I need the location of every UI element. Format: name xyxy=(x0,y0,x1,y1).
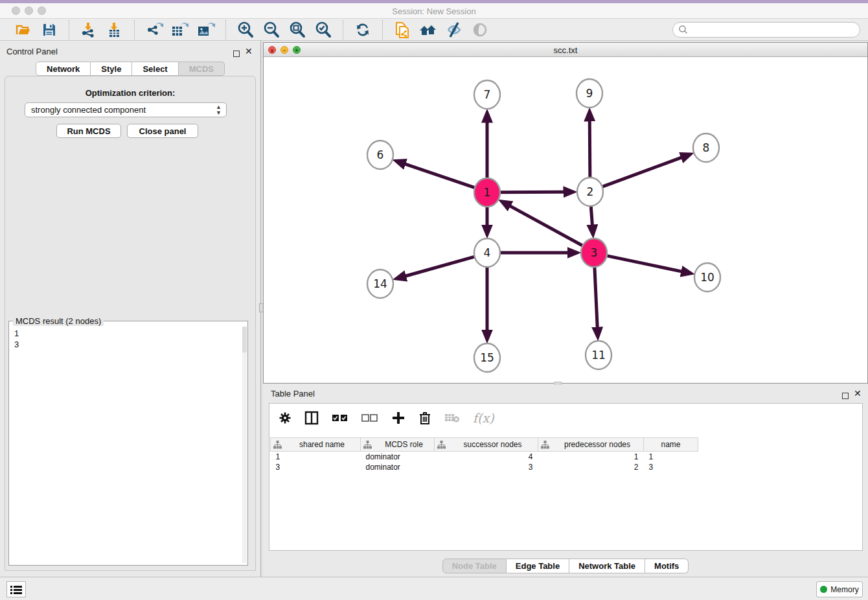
table-row[interactable]: 1dominator411 xyxy=(271,452,698,462)
export-network-icon[interactable] xyxy=(141,20,167,40)
node-6[interactable]: 6 xyxy=(367,141,393,169)
edge-3-10[interactable] xyxy=(608,256,682,271)
control-panel-title: Control Panel xyxy=(6,47,58,56)
close-table-panel-icon[interactable]: ✕ xyxy=(854,390,862,397)
edge-2-8[interactable] xyxy=(603,157,682,187)
node-4[interactable]: 4 xyxy=(474,238,500,267)
criterion-dropdown[interactable]: strongly connected component ▲▼ xyxy=(25,102,227,117)
zoom-out-icon[interactable] xyxy=(258,20,284,40)
column-header-MCDS-role[interactable]: MCDS role xyxy=(361,438,435,452)
close-panel-icon[interactable]: ✕ xyxy=(245,48,253,54)
edge-2-3[interactable] xyxy=(591,207,592,225)
edge-2-9[interactable] xyxy=(589,121,590,177)
table-row[interactable]: 3dominator323 xyxy=(271,462,698,472)
node-table-header[interactable]: shared nameMCDS rolesuccessor nodesprede… xyxy=(271,438,698,452)
tab-select[interactable]: Select xyxy=(132,62,178,76)
gear-icon[interactable] xyxy=(279,411,291,424)
svg-text:15: 15 xyxy=(480,351,494,364)
edge-1-2[interactable] xyxy=(501,192,564,192)
node-9[interactable]: 9 xyxy=(577,79,602,108)
mcds-result-group: MCDS result (2 nodes) 1 3 xyxy=(8,321,248,566)
zoom-selected-icon[interactable] xyxy=(310,20,336,40)
svg-text:11: 11 xyxy=(591,349,606,362)
open-folder-icon[interactable] xyxy=(10,20,36,40)
svg-text:6: 6 xyxy=(377,148,384,161)
node-10[interactable]: 10 xyxy=(694,263,720,292)
tab-edge-table[interactable]: Edge Table xyxy=(507,559,569,573)
tab-node-table[interactable]: Node Table xyxy=(442,559,507,573)
delete-column-icon[interactable] xyxy=(418,411,431,425)
control-panel-header: Control Panel ✕ xyxy=(0,44,260,60)
tab-mcds[interactable]: MCDS xyxy=(179,62,225,76)
edge-4-14[interactable] xyxy=(405,257,474,276)
node-table: shared nameMCDS rolesuccessor nodesprede… xyxy=(270,437,698,472)
zoom-fit-icon[interactable] xyxy=(284,20,310,40)
node-8[interactable]: 8 xyxy=(693,133,719,162)
network-canvas[interactable]: 1234678910111415 xyxy=(264,57,867,383)
delete-table-icon[interactable] xyxy=(444,413,460,423)
svg-text:2: 2 xyxy=(587,185,594,198)
export-table-icon[interactable] xyxy=(167,20,193,40)
mcds-result-text[interactable]: 1 3 xyxy=(14,328,19,350)
window-title: Session: New Session xyxy=(0,6,868,16)
memory-button[interactable]: Memory xyxy=(816,581,863,597)
search-icon xyxy=(678,25,689,35)
node-3[interactable]: 3 xyxy=(581,238,607,267)
import-network-icon[interactable] xyxy=(76,20,102,40)
memory-label: Memory xyxy=(830,585,858,594)
select-all-icon[interactable] xyxy=(332,413,348,422)
split-columns-icon[interactable] xyxy=(304,411,319,425)
first-neighbors-icon[interactable] xyxy=(415,20,441,40)
node-11[interactable]: 11 xyxy=(586,341,611,369)
tab-network[interactable]: Network xyxy=(36,62,91,76)
search-input-wrap xyxy=(672,22,860,38)
svg-text:3: 3 xyxy=(591,246,598,259)
float-table-panel-icon[interactable] xyxy=(842,390,849,402)
list-icon xyxy=(10,585,22,594)
run-mcds-button[interactable]: Run MCDS xyxy=(56,124,121,138)
memory-status-icon xyxy=(820,586,827,593)
network-window-titlebar[interactable]: x − + scc.txt xyxy=(264,43,867,57)
apply-layout-icon[interactable] xyxy=(350,20,376,40)
search-input[interactable] xyxy=(689,23,860,36)
mcds-result-title: MCDS result (2 nodes) xyxy=(13,316,104,326)
edge-1-6[interactable] xyxy=(405,164,474,187)
column-header-predecessor-nodes[interactable]: predecessor nodes xyxy=(538,438,644,452)
function-builder-icon[interactable]: f(x) xyxy=(473,411,494,425)
edge-3-1[interactable] xyxy=(510,206,582,246)
network-window-title: scc.txt xyxy=(264,45,867,55)
tab-network-table[interactable]: Network Table xyxy=(569,559,645,573)
table-panel-tabs: Node TableEdge TableNetwork TableMotifs xyxy=(263,559,868,573)
node-7[interactable]: 7 xyxy=(474,80,500,109)
node-14[interactable]: 14 xyxy=(367,270,393,298)
node-15[interactable]: 15 xyxy=(474,343,500,372)
svg-text:1: 1 xyxy=(484,186,491,199)
svg-text:8: 8 xyxy=(703,141,710,154)
deselect-all-icon[interactable] xyxy=(361,413,378,422)
close-panel-button[interactable]: Close panel xyxy=(127,124,198,138)
tab-motifs[interactable]: Motifs xyxy=(645,559,689,573)
float-panel-icon[interactable] xyxy=(233,48,240,60)
node-1[interactable]: 1 xyxy=(474,178,500,207)
save-icon[interactable] xyxy=(36,20,62,40)
task-history-button[interactable] xyxy=(6,581,26,597)
column-header-successor-nodes[interactable]: successor nodes xyxy=(435,438,538,452)
table-panel-box: f(x) shared nameMCDS rolesuccessor nodes… xyxy=(269,403,863,551)
hide-details-icon[interactable] xyxy=(467,20,493,40)
tab-style[interactable]: Style xyxy=(91,62,132,76)
column-header-name[interactable]: name xyxy=(644,438,698,452)
export-image-icon[interactable] xyxy=(193,20,219,40)
add-column-icon[interactable] xyxy=(391,411,405,425)
svg-text:9: 9 xyxy=(586,87,593,100)
node-2[interactable]: 2 xyxy=(577,178,603,206)
criterion-value: strongly connected component xyxy=(31,105,146,115)
zoom-in-icon[interactable] xyxy=(233,20,258,40)
svg-text:7: 7 xyxy=(484,88,491,101)
edge-3-11[interactable] xyxy=(595,268,597,328)
show-graphics-details-icon[interactable] xyxy=(441,20,467,40)
clone-network-icon[interactable] xyxy=(389,20,415,40)
network-view-window: x − + scc.txt 1234678910111415 xyxy=(263,42,868,384)
import-table-icon[interactable] xyxy=(102,20,128,40)
result-scrollbar[interactable] xyxy=(242,327,247,563)
column-header-shared-name[interactable]: shared name xyxy=(271,438,361,452)
